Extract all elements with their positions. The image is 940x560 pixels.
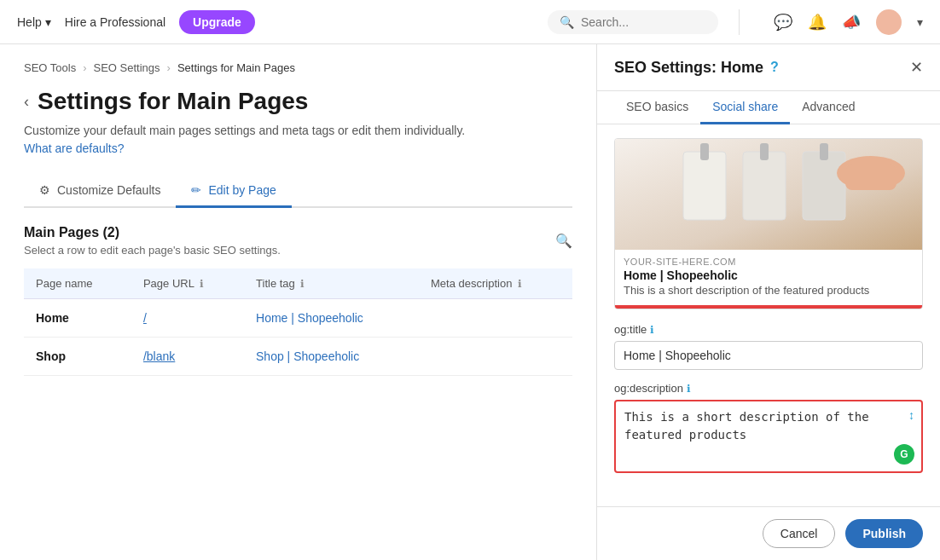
preview-image [615,139,922,250]
cell-page-name: Shop [24,338,131,376]
cell-title-tag: Home | Shopeeholic [244,299,419,338]
svg-rect-3 [743,152,786,220]
og-desc-wrapper: ↕ G [614,400,923,473]
breadcrumb-current: Settings for Main Pages [177,61,295,74]
preview-site-title: Home | Shopeeholic [615,268,922,282]
svg-rect-1 [683,152,726,220]
tab-seo-basics[interactable]: SEO basics [614,91,700,124]
col-page-name: Page name [24,268,131,299]
table-section: Main Pages (2) Select a row to edit each… [24,225,572,376]
right-panel: SEO Settings: Home ? ✕ SEO basics Social… [597,44,940,560]
og-title-info-icon[interactable]: ℹ [650,324,654,336]
right-tabs: SEO basics Social share Advanced [597,91,940,124]
table-meta: Main Pages (2) Select a row to edit each… [24,225,281,257]
tab-social-share[interactable]: Social share [700,91,790,124]
user-menu-chevron-icon[interactable]: ▾ [917,15,923,29]
meta-info-icon[interactable]: ℹ [518,278,522,290]
page-title: Settings for Main Pages [38,88,308,115]
og-desc-info-icon[interactable]: ℹ [687,383,691,395]
nav-icon-group: 💬 🔔 📣 ▾ [774,9,923,35]
breadcrumb-seo-settings[interactable]: SEO Settings [94,61,160,74]
breadcrumb: SEO Tools › SEO Settings › Settings for … [24,61,572,74]
panel-help-icon[interactable]: ? [770,60,779,75]
upgrade-button[interactable]: Upgrade [179,10,255,34]
url-info-icon[interactable]: ℹ [200,278,204,290]
cell-page-url: / [131,299,244,338]
table-row[interactable]: Shop /blank Shop | Shopeeholic [24,338,572,376]
search-input[interactable] [581,15,700,29]
col-page-url: Page URL ℹ [131,268,244,299]
pages-table: Page name Page URL ℹ Title tag ℹ Meta de… [24,268,572,376]
table-row[interactable]: Home / Home | Shopeeholic [24,299,572,338]
main-layout: SEO Tools › SEO Settings › Settings for … [0,44,940,560]
right-panel-title: SEO Settings: Home ? [614,59,779,77]
svg-rect-6 [820,143,828,160]
right-panel-content: YOUR-SITE-HERE.COM Home | Shopeeholic Th… [597,124,940,506]
preview-url: YOUR-SITE-HERE.COM [615,250,922,268]
grammarly-icon[interactable]: G [894,444,914,465]
edit-icon: ✏ [191,183,201,197]
cancel-button[interactable]: Cancel [763,519,836,548]
table-search-icon[interactable]: 🔍 [555,233,572,249]
tab-edit-by-page[interactable]: ✏ Edit by Page [176,175,291,208]
search-bar[interactable]: 🔍 [548,10,718,34]
scroll-indicator-icon: ↕ [908,408,914,422]
shirt-preview-svg [615,139,922,250]
close-panel-button[interactable]: ✕ [910,58,923,77]
page-header: ‹ Settings for Main Pages [24,88,572,115]
og-title-label: og:title ℹ [614,323,923,336]
back-arrow-icon[interactable]: ‹ [24,93,29,111]
left-panel: SEO Tools › SEO Settings › Settings for … [0,44,597,560]
og-desc-label: og:description ℹ [614,382,923,395]
tab-customize-defaults[interactable]: ⚙ Customize Defaults [24,175,176,208]
page-description: Customize your default main pages settin… [24,122,572,158]
help-label: Help [17,15,42,29]
svg-rect-8 [845,165,896,190]
og-title-input[interactable] [614,341,923,370]
publish-button[interactable]: Publish [845,519,923,548]
table-header-row: Page name Page URL ℹ Title tag ℹ Meta de… [24,268,572,299]
breadcrumb-sep-1: › [83,61,86,74]
top-navigation: Help ▾ Hire a Professional Upgrade 🔍 💬 🔔… [0,0,940,44]
defaults-link[interactable]: What are defaults? [24,141,125,155]
cell-page-name: Home [24,299,131,338]
nav-divider [739,9,740,35]
user-avatar[interactable] [876,9,902,35]
customize-icon: ⚙ [39,183,50,197]
svg-rect-4 [760,143,769,160]
table-header-row: Main Pages (2) Select a row to edit each… [24,225,572,257]
help-menu[interactable]: Help ▾ [17,15,51,29]
breadcrumb-sep-2: › [167,61,171,74]
svg-rect-2 [700,143,709,160]
messages-icon[interactable]: 💬 [774,13,792,32]
social-preview-card: YOUR-SITE-HERE.COM Home | Shopeeholic Th… [614,138,923,309]
col-title-tag: Title tag ℹ [244,268,419,299]
right-panel-header: SEO Settings: Home ? ✕ [597,44,940,91]
hire-professional-link[interactable]: Hire a Professional [65,15,165,29]
cell-title-tag: Shop | Shopeeholic [244,338,419,376]
table-title: Main Pages (2) [24,225,281,240]
announcements-icon[interactable]: 📣 [842,13,861,32]
help-chevron-icon: ▾ [45,15,51,29]
col-meta-desc: Meta description ℹ [419,268,572,299]
breadcrumb-seo-tools[interactable]: SEO Tools [24,61,76,74]
tab-advanced[interactable]: Advanced [790,91,867,124]
cell-page-url: /blank [131,338,244,376]
left-tabs: ⚙ Customize Defaults ✏ Edit by Page [24,175,572,208]
cell-meta-desc [419,338,572,376]
preview-border-accent [615,305,922,309]
svg-rect-5 [803,152,845,220]
preview-description: This is a short description of the featu… [615,282,922,305]
table-subtitle: Select a row to edit each page's basic S… [24,244,281,257]
search-icon: 🔍 [560,15,574,29]
notifications-icon[interactable]: 🔔 [808,13,827,32]
title-info-icon[interactable]: ℹ [300,278,305,290]
right-panel-footer: Cancel Publish [597,506,940,560]
cell-meta-desc [419,299,572,338]
og-desc-textarea[interactable] [624,408,913,462]
